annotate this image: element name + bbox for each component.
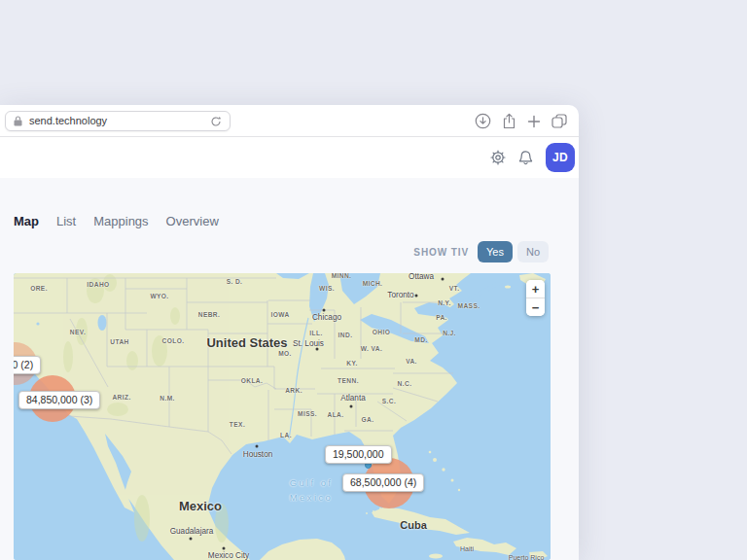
tabs-overview-icon[interactable] [551,114,567,128]
show-tiv-label: SHOW TIV [413,247,469,258]
tab-overview[interactable]: Overview [166,214,219,228]
map-country-label: Cuba [400,519,427,531]
map-state-label: OKLA. [241,377,264,384]
map-state-label: KY. [346,360,357,367]
map-state-label: NEBR. [198,311,221,318]
map-state-label: MISS. [298,410,317,417]
map-state-label: WIS. [319,285,335,292]
map-state-label: MASS. [458,302,480,309]
map-state-label: N.C. [398,380,412,387]
address-bar[interactable]: send.technology [5,111,231,131]
map-state-label: UTAH [110,338,128,345]
map-city-dot [316,348,319,351]
show-tiv-yes-button[interactable]: Yes [478,241,513,262]
browser-window: send.technology JD [0,105,579,560]
desktop: { "browser": { "url": "send.technology" … [0,0,747,560]
map-city-dot [256,445,259,448]
map-state-label: N.J. [443,330,456,336]
map-state-label: MICH. [363,280,383,287]
map-city-label: Chicago [312,312,341,321]
download-icon[interactable] [475,113,491,129]
reload-icon[interactable] [210,116,222,127]
map-state-label: PA. [436,314,447,321]
new-tab-icon[interactable] [527,115,541,128]
tab-list[interactable]: List [56,214,76,228]
map-small-label: Puerto Rico [509,554,545,560]
settings-gear-icon[interactable] [490,150,506,165]
map-state-label: IOWA [270,311,289,318]
map-state-label: GA. [362,416,374,423]
map-state-label: MO. [278,350,292,357]
map-state-label: VT. [449,285,460,292]
map-country-label: United States [206,335,287,350]
show-tiv-no-button[interactable]: No [517,241,549,262]
map-state-label: WYO. [150,293,168,299]
map-state-label: MD. [414,336,427,343]
map-state-label: S. D. [227,278,243,285]
map-state-label: NEV. [70,329,86,335]
url-text: send.technology [29,116,210,126]
map-zoom-control: + − [526,280,545,316]
app-header: JD [0,137,579,177]
map-city-label: Toronto [387,290,413,298]
map-state-label: ORE. [30,285,48,292]
map-city-label: Ottawa [409,273,434,281]
map-city-label: Mexico City [208,550,249,559]
map-water-label: Gulf of [290,478,334,488]
map-state-label: OHIO [373,329,390,335]
show-tiv-row: SHOW TIV YesNo [413,241,549,262]
show-tiv-toggle: YesNo [478,241,549,262]
app-content: MapListMappingsOverview SHOW TIV YesNo [0,178,579,560]
toolbar-actions [475,105,567,137]
user-avatar[interactable]: JD [546,143,575,172]
share-icon[interactable] [502,113,516,129]
map-city-dot [323,309,326,312]
tab-mappings[interactable]: Mappings [93,214,148,228]
map-state-label: S.C. [382,398,396,404]
notifications-bell-icon[interactable] [518,150,533,165]
map-state-label: TENN. [338,377,359,384]
map-state-label: LA. [280,432,292,438]
map-state-label: N.Y. [438,299,451,306]
map-city-dot [442,278,445,281]
map-state-label: W. VA. [361,345,382,352]
tab-map[interactable]: Map [14,214,39,228]
map-state-label: ILL. [309,330,322,336]
map-country-label: Mexico [179,499,222,513]
map-state-label: COLO. [162,337,185,344]
map-city-label: Atlanta [340,393,366,402]
map-state-label: ALA. [328,411,344,418]
map-city-label: St. Louis [293,338,324,347]
map-city-dot [190,538,193,541]
map-small-label: Haiti [460,545,474,553]
map-canvas[interactable]: ,000 (2)84,850,000 (3)19,500,00068,500,0… [14,273,551,560]
map-city-label: Houston [243,449,273,458]
map-value-label[interactable]: 68,500,000 (4) [342,473,424,492]
map-city-dot [350,405,353,408]
map-value-label[interactable]: ,000 (2) [14,356,41,374]
map-value-label[interactable]: 84,850,000 (3) [18,391,100,409]
map-state-label: ARK. [285,387,302,394]
map-city-label: Guadalajara [170,526,214,535]
lock-icon [14,116,22,126]
map-state-label: IND. [338,332,353,338]
map-water-label: Mexico [290,493,333,503]
map-state-label: ARIZ. [112,394,130,401]
map-value-label[interactable]: 19,500,000 [325,445,392,464]
tab-bar: MapListMappingsOverview [14,214,219,228]
map-state-label: N.M. [160,395,175,402]
map-state-label: MINN. [332,273,352,280]
map-city-dot [223,547,226,550]
map-city-dot [415,295,418,298]
map-state-label: VA. [406,358,417,365]
map-state-label: IDAHO [87,281,109,288]
map-state-label: TEX. [230,421,245,428]
map-zoom-in-button[interactable]: + [526,280,545,298]
map-zoom-out-button[interactable]: − [526,298,545,316]
browser-toolbar: send.technology [0,105,579,137]
